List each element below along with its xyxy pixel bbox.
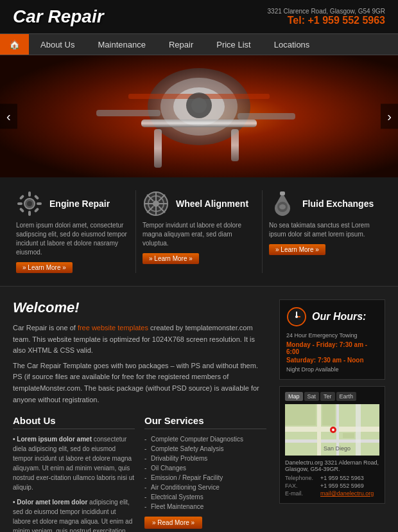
fluid-icon <box>269 190 296 217</box>
svg-rect-6 <box>231 129 239 161</box>
nav-home-button[interactable]: 🏠 <box>0 34 29 55</box>
svg-point-40 <box>295 315 298 318</box>
welcome-section: Welcome! Car Repair is one of free websi… <box>13 299 266 405</box>
services-strip: Engine Repair Lorem ipsum dolori amet, c… <box>0 177 398 287</box>
welcome-para2: The Car Repair Template goes with two pa… <box>13 360 266 405</box>
service-wheel-title: Wheel Alignment <box>176 199 248 209</box>
svg-rect-18 <box>19 195 24 200</box>
svg-rect-5 <box>154 129 162 168</box>
nav-item-maintenance[interactable]: Maintenance <box>86 35 157 55</box>
service-engine-header: Engine Repair <box>16 190 110 217</box>
map-tel-row: Telephone. +1 959 552 5963 <box>285 475 379 481</box>
services-heading: Our Services <box>144 415 266 429</box>
svg-point-34 <box>279 204 286 209</box>
svg-rect-21 <box>34 195 39 200</box>
list-item: Emission / Repair Facility <box>144 473 266 483</box>
svg-rect-17 <box>37 202 42 205</box>
map-tab-ter[interactable]: Ter <box>320 392 335 401</box>
map-tab-map[interactable]: Map <box>285 392 303 401</box>
nav-item-locations[interactable]: Locations <box>263 35 322 55</box>
map-email-link[interactable]: mail@danelectru.org <box>320 490 374 497</box>
map-fax-row: FAX. +1 959 552 5969 <box>285 483 379 489</box>
map-email-row: E-mail. mail@danelectru.org <box>285 490 379 497</box>
map-tabs: Map Sat Ter Earth <box>285 392 379 401</box>
map-email-label: E-mail. <box>285 490 317 497</box>
nav-item-about[interactable]: About Us <box>29 35 86 55</box>
services-list: Complete Computer Diagnostics Complete S… <box>144 434 266 511</box>
svg-rect-47 <box>285 404 316 425</box>
service-engine-desc: Lorem ipsum dolori amet, consectetur sad… <box>16 221 129 257</box>
list-item: Drivability Problems <box>144 454 266 463</box>
about-para2: • Dolor amet lorem dolor adipiscing elit… <box>13 497 135 532</box>
nav-item-pricelist[interactable]: Price List <box>205 35 262 55</box>
address-line: 3321 Clarence Road, Glasgow, G54 9GR <box>268 8 385 15</box>
contact-info: 3321 Clarence Road, Glasgow, G54 9GR Tel… <box>268 8 385 26</box>
service-fluid: Fluid Exchanges No sea takimata sanctus … <box>263 190 388 273</box>
list-item: Complete Safety Analysis <box>144 444 266 454</box>
service-engine-title: Engine Repair <box>49 199 110 209</box>
map-fax-value: +1 959 552 5969 <box>320 483 364 489</box>
main-content: Welcome! Car Repair is one of free websi… <box>0 287 398 532</box>
left-column: Welcome! Car Repair is one of free websi… <box>13 299 266 532</box>
navigation: 🏠 About Us Maintenance Repair Price List… <box>0 33 398 55</box>
services-column: Our Services Complete Computer Diagnosti… <box>144 415 266 532</box>
welcome-para1: Car Repair is one of free website templa… <box>13 323 266 357</box>
service-wheel: Wheel Alignment Tempor invidunt ut labor… <box>136 190 263 273</box>
map-fax-label: FAX. <box>285 483 317 489</box>
clock-icon <box>286 306 307 327</box>
service-engine: Engine Repair Lorem ipsum dolori amet, c… <box>10 190 136 273</box>
svg-rect-48 <box>322 404 335 425</box>
svg-rect-16 <box>17 202 22 205</box>
svg-point-52 <box>332 429 334 431</box>
service-wheel-header: Wheel Alignment <box>143 190 248 217</box>
map-tel-value: +1 959 552 5963 <box>320 475 364 481</box>
svg-rect-35 <box>280 191 285 195</box>
service-fluid-desc: No sea takimata sanctus est Lorem ipsum … <box>269 221 382 239</box>
map-info: Danelectru.org 3321 Aldernan Road, Glasg… <box>285 459 379 497</box>
service-engine-btn[interactable]: » Learn More » <box>16 262 73 273</box>
phone-line: Tel: +1 959 552 5963 <box>268 15 385 26</box>
about-column: About Us • Lorem ipsum dolor amet consec… <box>13 415 135 532</box>
svg-rect-14 <box>28 191 31 197</box>
service-fluid-title: Fluid Exchanges <box>302 199 374 209</box>
hero-slider: ‹ › <box>0 55 398 177</box>
nav-item-repair[interactable]: Repair <box>157 35 205 55</box>
map-tab-earth[interactable]: Earth <box>336 392 357 401</box>
hours-weekday: Monday - Friday: 7:30 am - 6:00 <box>286 341 378 355</box>
svg-rect-4 <box>141 120 257 127</box>
map-tel-label: Telephone. <box>285 475 317 481</box>
service-fluid-btn[interactable]: » Learn More » <box>269 244 325 255</box>
slider-next-button[interactable]: › <box>381 104 398 129</box>
map-address: Danelectru.org 3321 Aldernan Road, Glasg… <box>285 459 379 472</box>
service-fluid-header: Fluid Exchanges <box>269 190 374 217</box>
hours-box: Our Hours: 24 Hour Emergency Towing Mond… <box>279 299 385 380</box>
list-item: Complete Computer Diagnostics <box>144 434 266 444</box>
list-item: Electrical Systems <box>144 492 266 502</box>
about-heading: About Us <box>13 415 135 429</box>
list-item: Oil Changes <box>144 463 266 473</box>
free-templates-link[interactable]: free website templates <box>78 324 148 332</box>
right-column: Our Hours: 24 Hour Emergency Towing Mond… <box>279 299 385 532</box>
svg-rect-46 <box>356 404 361 456</box>
wheel-icon <box>143 190 169 217</box>
map-tab-sat[interactable]: Sat <box>304 392 320 401</box>
service-wheel-btn[interactable]: » Learn More » <box>143 253 199 264</box>
svg-rect-43 <box>285 439 379 443</box>
slider-prev-button[interactable]: ‹ <box>0 104 17 129</box>
welcome-heading: Welcome! <box>13 299 266 316</box>
hours-note: Night Drop Available <box>286 366 378 373</box>
services-readmore-btn[interactable]: » Read More » <box>144 517 202 529</box>
svg-point-11 <box>191 98 207 113</box>
hours-header: Our Hours: <box>286 306 378 327</box>
page-header: Car Repair 3321 Clarence Road, Glasgow, … <box>0 0 398 33</box>
map-box: Map Sat Ter Earth <box>279 386 385 504</box>
svg-rect-44 <box>317 404 321 456</box>
svg-text:San Diego: San Diego <box>324 445 350 452</box>
map-visual: San Diego <box>285 404 379 456</box>
list-item: Air Conditioning Service <box>144 483 266 492</box>
about-services-row: About Us • Lorem ipsum dolor amet consec… <box>13 415 266 532</box>
hero-image <box>0 55 398 177</box>
svg-rect-49 <box>343 433 354 438</box>
list-item: Fleet Maintenance <box>144 502 266 511</box>
svg-rect-7 <box>96 110 160 116</box>
